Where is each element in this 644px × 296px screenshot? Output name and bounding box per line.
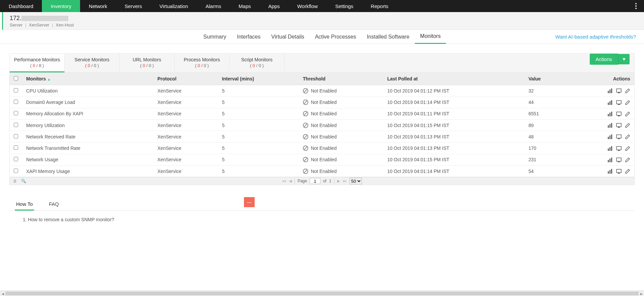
nav-settings[interactable]: Settings (326, 0, 362, 12)
cell-interval: 5 (218, 131, 299, 142)
kebab-menu-icon[interactable] (632, 0, 640, 12)
nav-workflow[interactable]: Workflow (288, 0, 326, 12)
row-checkbox[interactable] (14, 169, 18, 173)
screen-icon[interactable] (616, 88, 622, 94)
cell-interval: 5 (218, 154, 299, 165)
crumb-xenserver[interactable]: XenServer (29, 22, 49, 27)
mtab-performance[interactable]: Performance Monitors ( 0 / 8 ) (10, 54, 65, 72)
disabled-icon (303, 157, 308, 162)
chart-icon[interactable] (607, 123, 613, 128)
chart-icon[interactable] (607, 134, 613, 139)
crumb-server[interactable]: Server (10, 22, 22, 27)
mtab-service[interactable]: Service Monitors ( 0 / 0 ) (65, 54, 120, 71)
svg-rect-24 (618, 138, 620, 139)
tab-faq[interactable]: FAQ (48, 198, 60, 211)
row-checkbox[interactable] (14, 88, 18, 93)
edit-icon[interactable] (624, 88, 630, 94)
svg-rect-39 (618, 173, 620, 174)
disabled-icon (303, 88, 308, 94)
disabled-icon (303, 123, 308, 128)
cell-value: 231 (524, 154, 565, 165)
cell-monitor: XAPI Memory Usage (22, 166, 153, 177)
col-last-polled[interactable]: Last Polled at (383, 73, 525, 85)
howto-item[interactable]: 1. How to remove a custom SNMP monitor? (23, 217, 635, 222)
edit-icon[interactable] (624, 157, 630, 163)
screen-icon[interactable] (616, 169, 622, 174)
tab-interfaces[interactable]: Interfaces (232, 30, 266, 44)
chart-icon[interactable] (607, 157, 613, 163)
mtab-script[interactable]: Script Monitors ( 0 / 0 ) (230, 54, 284, 71)
svg-rect-11 (609, 113, 610, 116)
edit-icon[interactable] (624, 111, 630, 117)
row-checkbox[interactable] (14, 145, 18, 150)
chart-icon[interactable] (607, 169, 613, 174)
nav-maps[interactable]: Maps (230, 0, 260, 12)
mtab-process[interactable]: Process Monitors ( 0 / 0 ) (175, 54, 230, 71)
chart-icon[interactable] (607, 111, 613, 117)
chart-icon[interactable] (607, 88, 613, 94)
page-size-select[interactable]: 50 (349, 178, 362, 184)
nav-inventory[interactable]: Inventory (42, 0, 80, 12)
row-checkbox[interactable] (14, 123, 18, 127)
row-checkbox[interactable] (14, 157, 18, 161)
nav-virtualization[interactable]: Virtualization (151, 0, 197, 12)
mtab-url[interactable]: URL Monitors ( 0 / 0 ) (120, 54, 175, 71)
cell-threshold: Not Enabled (299, 97, 383, 108)
edit-icon[interactable] (624, 100, 630, 105)
nav-network[interactable]: Network (80, 0, 116, 12)
tab-virtual-details[interactable]: Virtual Details (266, 30, 310, 44)
tab-active-processes[interactable]: Active Processes (310, 30, 362, 44)
prev-page-icon[interactable]: ◀ (289, 179, 292, 183)
edit-icon[interactable] (624, 123, 630, 128)
nav-alarms[interactable]: Alarms (197, 0, 230, 12)
screen-icon[interactable] (616, 111, 622, 117)
edit-icon[interactable] (624, 169, 630, 174)
screen-icon[interactable] (616, 146, 622, 151)
svg-rect-6 (609, 101, 610, 105)
search-icon[interactable]: 🔍 (21, 179, 26, 183)
edit-icon[interactable] (624, 134, 630, 139)
tab-summary[interactable]: Summary (198, 30, 232, 44)
col-value[interactable]: Value (524, 73, 565, 85)
nav-servers[interactable]: Servers (116, 0, 151, 12)
row-checkbox[interactable] (14, 134, 18, 138)
screen-icon[interactable] (616, 157, 622, 163)
col-monitors[interactable]: Monitors▲ (22, 73, 153, 85)
col-threshold[interactable]: Threshold (299, 73, 383, 85)
crumb-xenhost[interactable]: Xen-Host (56, 22, 74, 27)
col-interval[interactable]: Interval (mins) (218, 73, 299, 85)
nav-apps[interactable]: Apps (260, 0, 288, 12)
svg-rect-28 (617, 146, 621, 150)
chart-icon[interactable] (607, 100, 613, 105)
screen-icon[interactable] (616, 123, 622, 128)
last-page-icon[interactable]: ⏭ (343, 179, 347, 183)
actions-dropdown-toggle[interactable]: ▼ (618, 54, 630, 64)
actions-button[interactable]: Actions (590, 54, 618, 65)
disabled-icon (303, 134, 308, 139)
screen-icon[interactable] (616, 134, 622, 139)
nav-dashboard[interactable]: Dashboard (0, 0, 42, 12)
tab-installed-software[interactable]: Installed Software (362, 30, 415, 44)
row-checkbox[interactable] (14, 111, 18, 115)
nav-reports[interactable]: Reports (362, 0, 397, 12)
svg-rect-15 (608, 125, 609, 128)
cell-threshold: Not Enabled (299, 108, 383, 119)
ai-thresholds-link[interactable]: Want AI-based adaptive thresholds? (556, 34, 636, 40)
chart-icon[interactable] (607, 146, 613, 151)
collapse-icon[interactable]: — (244, 197, 255, 207)
first-page-icon[interactable]: ⏮ (282, 179, 286, 183)
row-checkbox[interactable] (14, 100, 18, 104)
edit-icon[interactable] (624, 146, 630, 151)
next-page-icon[interactable]: ▶ (337, 179, 340, 183)
select-all-checkbox[interactable] (14, 76, 18, 80)
col-protocol[interactable]: Protocol (153, 73, 218, 85)
cell-monitor: Network Usage (22, 154, 153, 165)
screen-icon[interactable] (616, 100, 622, 105)
tab-monitors[interactable]: Monitors (415, 30, 446, 44)
howto-section: — How To FAQ 1. How to remove a custom S… (9, 198, 635, 222)
delete-icon[interactable]: 🗑 (13, 179, 17, 183)
svg-rect-2 (611, 88, 612, 93)
top-nav: Dashboard Inventory Network Servers Virt… (0, 0, 644, 12)
page-input[interactable] (310, 178, 320, 184)
tab-howto[interactable]: How To (15, 198, 34, 211)
